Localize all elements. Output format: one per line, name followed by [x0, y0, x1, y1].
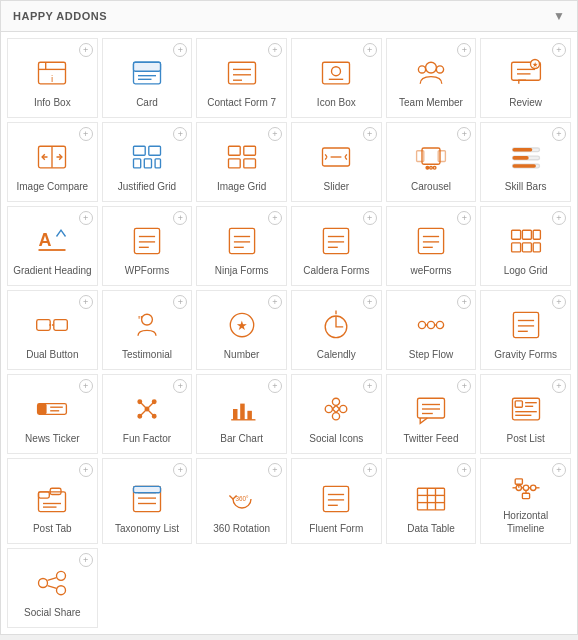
- widget-item-icon-box[interactable]: + Icon Box: [291, 38, 382, 118]
- widget-add-badge[interactable]: +: [457, 295, 471, 309]
- widget-add-badge[interactable]: +: [552, 127, 566, 141]
- widget-add-badge[interactable]: +: [363, 211, 377, 225]
- widget-add-badge[interactable]: +: [363, 127, 377, 141]
- widget-add-badge[interactable]: +: [457, 379, 471, 393]
- widget-add-badge[interactable]: +: [363, 463, 377, 477]
- widget-add-badge[interactable]: +: [457, 43, 471, 57]
- widget-item-image-compare[interactable]: + Image Compare: [7, 122, 98, 202]
- widget-add-badge[interactable]: +: [457, 211, 471, 225]
- widget-label-justified-grid: Justified Grid: [118, 180, 176, 193]
- widget-item-logo-grid[interactable]: + Logo Grid: [480, 206, 571, 286]
- widget-add-badge[interactable]: +: [552, 43, 566, 57]
- widget-add-badge[interactable]: +: [173, 211, 187, 225]
- widget-item-dual-button[interactable]: + Dual Button: [7, 290, 98, 370]
- svg-point-13: [332, 67, 341, 76]
- widget-add-badge[interactable]: +: [268, 43, 282, 57]
- widget-label-image-compare: Image Compare: [16, 180, 88, 193]
- widget-icon-gradient-heading: A: [33, 222, 71, 260]
- widget-item-gradient-heading[interactable]: + A Gradient Heading: [7, 206, 98, 286]
- widget-item-ninja-forms[interactable]: + Ninja Forms: [196, 206, 287, 286]
- svg-text:i: i: [51, 73, 53, 84]
- widget-add-badge[interactable]: +: [79, 127, 93, 141]
- widget-item-fluent-form[interactable]: + Fluent Form: [291, 458, 382, 544]
- widget-item-post-tab[interactable]: + Post Tab: [7, 458, 98, 544]
- widget-item-post-list[interactable]: + Post List: [480, 374, 571, 454]
- panel-title: HAPPY ADDONS: [13, 10, 107, 22]
- widget-label-post-tab: Post Tab: [33, 522, 72, 535]
- widget-item-social-icons[interactable]: + Social Icons: [291, 374, 382, 454]
- widget-item-gravity-forms[interactable]: + Gravity Forms: [480, 290, 571, 370]
- widget-icon-number: ★: [223, 306, 261, 344]
- widget-item-360-rotation[interactable]: + 360° 360 Rotation: [196, 458, 287, 544]
- widget-add-badge[interactable]: +: [552, 211, 566, 225]
- widget-item-carousel[interactable]: + Carousel: [386, 122, 477, 202]
- widget-item-justified-grid[interactable]: + Justified Grid: [102, 122, 193, 202]
- widget-item-slider[interactable]: + Slider: [291, 122, 382, 202]
- widget-item-calendly[interactable]: + Calendly: [291, 290, 382, 370]
- widget-item-step-flow[interactable]: + Step Flow: [386, 290, 477, 370]
- happy-addons-panel: HAPPY ADDONS ▼ + i Info Box + Card + Con…: [0, 0, 578, 635]
- widget-item-horizontal-timeline[interactable]: + Horizontal Timeline: [480, 458, 571, 544]
- widget-add-badge[interactable]: +: [173, 463, 187, 477]
- widget-icon-wpforms: [128, 222, 166, 260]
- widget-item-contact-form-7[interactable]: + Contact Form 7: [196, 38, 287, 118]
- widget-add-badge[interactable]: +: [79, 553, 93, 567]
- widget-add-badge[interactable]: +: [457, 127, 471, 141]
- widget-add-badge[interactable]: +: [79, 379, 93, 393]
- widget-item-info-box[interactable]: + i Info Box: [7, 38, 98, 118]
- widget-add-badge[interactable]: +: [268, 127, 282, 141]
- widget-add-badge[interactable]: +: [363, 295, 377, 309]
- widget-add-badge[interactable]: +: [552, 295, 566, 309]
- widget-add-badge[interactable]: +: [173, 295, 187, 309]
- svg-point-147: [530, 485, 535, 490]
- widget-item-news-ticker[interactable]: + News Ticker: [7, 374, 98, 454]
- widget-add-badge[interactable]: +: [552, 379, 566, 393]
- widget-add-badge[interactable]: +: [457, 463, 471, 477]
- widget-item-weforms[interactable]: + weForms: [386, 206, 477, 286]
- widget-item-testimonial[interactable]: + " Testimonial: [102, 290, 193, 370]
- svg-rect-149: [522, 493, 529, 498]
- widget-add-badge[interactable]: +: [173, 43, 187, 57]
- widget-icon-fluent-form: [317, 480, 355, 518]
- widget-add-badge[interactable]: +: [79, 463, 93, 477]
- svg-point-74: [142, 314, 153, 325]
- widget-add-badge[interactable]: +: [173, 127, 187, 141]
- widget-icon-logo-grid: [507, 222, 545, 260]
- widget-add-badge[interactable]: +: [268, 379, 282, 393]
- widget-item-team-member[interactable]: + Team Member: [386, 38, 477, 118]
- widget-item-skill-bars[interactable]: + Skill Bars: [480, 122, 571, 202]
- chevron-down-icon[interactable]: ▼: [553, 9, 565, 23]
- widget-item-bar-chart[interactable]: + Bar Chart: [196, 374, 287, 454]
- svg-rect-66: [511, 230, 520, 239]
- widget-item-data-table[interactable]: + Data Table: [386, 458, 477, 544]
- widget-item-twitter-feed[interactable]: + Twitter Feed: [386, 374, 477, 454]
- widget-add-badge[interactable]: +: [79, 295, 93, 309]
- widget-item-caldera-forms[interactable]: + Caldera Forms: [291, 206, 382, 286]
- widget-add-badge[interactable]: +: [173, 379, 187, 393]
- widget-item-number[interactable]: + ★ Number: [196, 290, 287, 370]
- widget-add-badge[interactable]: +: [363, 379, 377, 393]
- svg-line-100: [140, 409, 147, 416]
- widget-icon-bar-chart: [223, 390, 261, 428]
- widget-item-card[interactable]: + Card: [102, 38, 193, 118]
- widget-add-badge[interactable]: +: [79, 43, 93, 57]
- widget-item-taxonomy-list[interactable]: + Taxonomy List: [102, 458, 193, 544]
- widget-label-logo-grid: Logo Grid: [504, 264, 548, 277]
- widget-add-badge[interactable]: +: [268, 295, 282, 309]
- widget-item-fun-factor[interactable]: + Fun Factor: [102, 374, 193, 454]
- widget-label-testimonial: Testimonial: [122, 348, 172, 361]
- widget-add-badge[interactable]: +: [79, 211, 93, 225]
- widget-add-badge[interactable]: +: [268, 211, 282, 225]
- widget-add-badge[interactable]: +: [363, 43, 377, 57]
- widget-item-image-grid[interactable]: + Image Grid: [196, 122, 287, 202]
- svg-rect-68: [533, 230, 540, 239]
- widget-item-social-share[interactable]: + Social Share: [7, 548, 98, 628]
- widget-item-wpforms[interactable]: + WPForms: [102, 206, 193, 286]
- widget-add-badge[interactable]: +: [268, 463, 282, 477]
- widget-icon-weforms: [412, 222, 450, 260]
- svg-rect-29: [155, 159, 160, 168]
- svg-rect-38: [438, 151, 445, 162]
- widget-item-review[interactable]: + ★ Review: [480, 38, 571, 118]
- widget-add-badge[interactable]: +: [552, 463, 566, 477]
- widget-icon-carousel: [412, 138, 450, 176]
